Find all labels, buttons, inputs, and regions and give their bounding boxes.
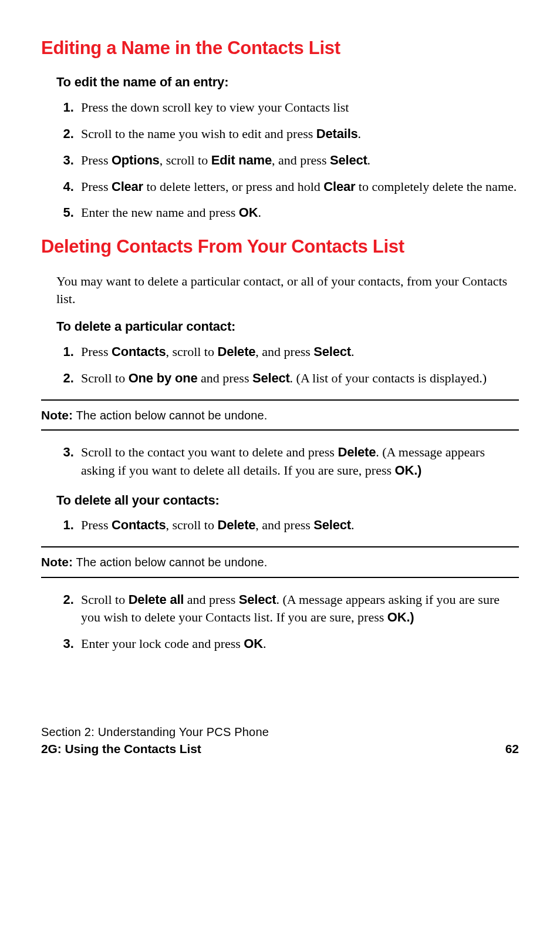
t: Scroll to (81, 592, 129, 607)
t: Press (81, 344, 112, 359)
kw: OK.) (395, 463, 422, 478)
t: . (258, 205, 261, 220)
kw: Clear (323, 179, 355, 194)
kw: Clear (112, 179, 143, 194)
step: Press Clear to delete letters, or press … (77, 178, 519, 196)
kw: OK (244, 636, 263, 651)
t: Press (81, 518, 112, 532)
subhead-edit-entry: To edit the name of an entry: (56, 73, 519, 92)
note-box: Note: The action below cannot be undone. (41, 399, 519, 431)
kw: OK.) (387, 610, 414, 624)
t: . (367, 153, 371, 167)
kw: Edit name (211, 153, 272, 167)
kw: Select (252, 371, 290, 385)
step: Scroll to the contact you want to delete… (77, 444, 519, 480)
kw: OK (239, 205, 258, 220)
t: . (358, 126, 362, 141)
kw: Delete all (129, 592, 184, 607)
footer-chapter: 2G: Using the Contacts List (41, 740, 269, 757)
page-footer: Section 2: Understanding Your PCS Phone … (41, 724, 519, 757)
kw: Contacts (112, 518, 166, 532)
t: Enter your lock code and press (81, 636, 244, 651)
t: Press (81, 153, 112, 167)
step: Enter the new name and press OK. (77, 204, 519, 222)
t: , scroll to (166, 344, 217, 359)
footer-section: Section 2: Understanding Your PCS Phone (41, 724, 269, 740)
step-text: Press the down scroll key to view your C… (81, 100, 349, 115)
subhead-delete-particular: To delete a particular contact: (56, 318, 519, 336)
kw: Delete (217, 518, 255, 532)
t: , and press (272, 153, 330, 167)
t: . (351, 518, 355, 532)
steps-delete-all-cont: Scroll to Delete all and press Select. (… (56, 591, 519, 653)
t: . (A list of your contacts is displayed.… (290, 371, 487, 385)
kw: Select (239, 592, 276, 607)
note-label: Note: (41, 408, 73, 422)
t: to completely delete the name. (355, 179, 517, 194)
note-text: The action below cannot be undone. (73, 556, 267, 569)
t: . (351, 344, 355, 359)
t: Enter the new name and press (81, 205, 239, 220)
kw: Delete (217, 344, 255, 359)
kw: Delete (338, 445, 376, 459)
step: Scroll to One by one and press Select. (… (77, 369, 519, 388)
kw: Select (330, 153, 367, 167)
t: Scroll to (81, 371, 129, 385)
t: , scroll to (160, 153, 211, 167)
steps-edit: Press the down scroll key to view your C… (56, 99, 519, 222)
kw: Options (112, 153, 160, 167)
steps-delete-all: Press Contacts, scroll to Delete, and pr… (56, 516, 519, 535)
t: Scroll to the name you wish to edit and … (81, 126, 316, 141)
step: Scroll to Delete all and press Select. (… (77, 591, 519, 627)
t: to delete letters, or press and hold (143, 179, 323, 194)
t: and press (184, 592, 238, 607)
page-number: 62 (505, 740, 519, 757)
kw: One by one (129, 371, 198, 385)
kw: Select (313, 344, 351, 359)
t: , and press (255, 518, 313, 532)
steps-delete-one-cont: Scroll to the contact you want to delete… (56, 444, 519, 480)
t: , and press (255, 344, 313, 359)
footer-left: Section 2: Understanding Your PCS Phone … (41, 724, 269, 757)
t: and press (197, 371, 252, 385)
note-text: The action below cannot be undone. (73, 409, 267, 422)
t: . (263, 636, 266, 651)
step: Press the down scroll key to view your C… (77, 99, 519, 117)
t: Scroll to the contact you want to delete… (81, 445, 338, 459)
steps-delete-one: Press Contacts, scroll to Delete, and pr… (56, 343, 519, 388)
step: Enter your lock code and press OK. (77, 635, 519, 653)
t: Press (81, 179, 112, 194)
kw: Contacts (112, 344, 166, 359)
step: Scroll to the name you wish to edit and … (77, 125, 519, 143)
step: Press Contacts, scroll to Delete, and pr… (77, 343, 519, 361)
t: , scroll to (166, 518, 217, 532)
step: Press Options, scroll to Edit name, and … (77, 152, 519, 170)
heading-editing: Editing a Name in the Contacts List (41, 35, 519, 61)
subhead-delete-all: To delete all your contacts: (56, 492, 519, 510)
kw: Select (313, 518, 351, 532)
note-label: Note: (41, 555, 73, 569)
note-box: Note: The action below cannot be undone. (41, 546, 519, 577)
intro-paragraph: You may want to delete a particular cont… (56, 273, 519, 309)
kw: Details (316, 126, 358, 141)
step: Press Contacts, scroll to Delete, and pr… (77, 516, 519, 535)
heading-deleting: Deleting Contacts From Your Contacts Lis… (41, 234, 519, 259)
